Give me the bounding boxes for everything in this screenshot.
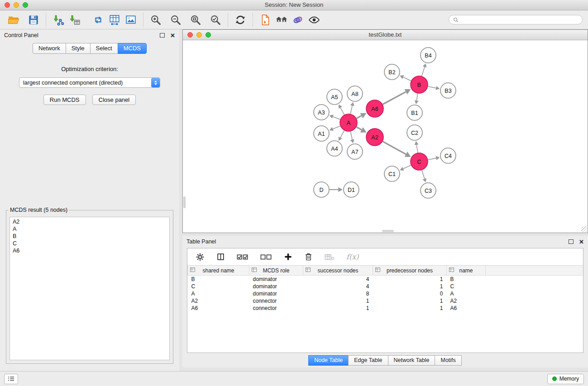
table-cell[interactable]: A6	[447, 305, 486, 312]
table-cell[interactable]: connector	[249, 297, 303, 305]
table-cell[interactable]: C	[447, 283, 486, 290]
table-cell[interactable]: B	[188, 276, 249, 283]
float-panel-icon[interactable]	[160, 33, 165, 38]
zoom-selected-button[interactable]	[207, 12, 224, 28]
mcds-result-list[interactable]: A2ABCA6	[10, 217, 170, 360]
zoom-fit-button[interactable]	[187, 12, 204, 28]
table-row[interactable]: Cdominator41C	[188, 283, 583, 290]
table-cell[interactable]: 1	[373, 297, 447, 305]
network-edge-A-A4[interactable]	[340, 131, 344, 138]
home-networks-button[interactable]	[273, 12, 290, 28]
venn-tool-button[interactable]	[290, 12, 306, 28]
table-cell[interactable]: 1	[303, 297, 373, 305]
minimize-window-button[interactable]	[14, 2, 19, 8]
mcds-result-item[interactable]: A2	[13, 218, 167, 225]
delete-table-button-disabled[interactable]	[325, 253, 335, 261]
open-document-button[interactable]	[257, 12, 273, 28]
criterion-dropdown[interactable]: largest connected component (directed)	[19, 77, 160, 88]
table-row[interactable]: Bdominator41B	[188, 276, 583, 283]
table-cell[interactable]: A	[188, 290, 249, 297]
column-header-successor-nodes[interactable]: successor nodes	[303, 266, 373, 276]
network-edge-A-A6[interactable]	[357, 116, 362, 119]
table-cell[interactable]: 1	[373, 283, 447, 290]
task-history-button[interactable]	[4, 374, 18, 384]
network-close-button[interactable]	[187, 32, 193, 38]
table-cell[interactable]: A2	[447, 297, 486, 305]
column-header-name[interactable]: name	[447, 266, 486, 276]
table-cell[interactable]: A6	[188, 305, 249, 312]
network-edge-C-C1[interactable]	[403, 165, 411, 169]
close-window-button[interactable]	[5, 2, 10, 8]
network-edge-A-A3[interactable]	[333, 117, 340, 119]
table-cell[interactable]: A2	[188, 297, 249, 305]
column-header-shared-name[interactable]: shared name	[188, 266, 249, 276]
table-cell[interactable]: 1	[373, 276, 447, 283]
new-network-button[interactable]	[90, 12, 106, 28]
tab-motifs[interactable]: Motifs	[435, 355, 461, 366]
zoom-in-button[interactable]	[148, 12, 164, 28]
export-image-button[interactable]	[123, 12, 139, 28]
table-cell[interactable]: 0	[373, 290, 447, 297]
select-all-button[interactable]	[237, 253, 249, 260]
table-cell[interactable]: 1	[373, 305, 447, 312]
network-zoom-button[interactable]	[206, 32, 211, 38]
import-table-button[interactable]	[67, 12, 83, 28]
show-hide-button[interactable]	[306, 12, 322, 28]
search-input[interactable]	[461, 16, 578, 24]
network-table-button[interactable]	[106, 12, 123, 28]
function-builder-button[interactable]: f(x)	[346, 253, 359, 261]
table-cell[interactable]: dominator	[249, 290, 303, 297]
show-columns-button[interactable]	[216, 253, 225, 261]
network-minimize-button[interactable]	[196, 32, 202, 38]
table-cell[interactable]: 4	[303, 276, 373, 283]
network-edge-A-A8[interactable]	[350, 106, 352, 114]
network-edge-C-C2[interactable]	[416, 145, 418, 152]
network-edge-A-A2[interactable]	[357, 127, 362, 130]
network-edge-C-C3[interactable]	[422, 170, 425, 179]
import-network-button[interactable]	[50, 12, 67, 28]
float-table-panel-icon[interactable]	[569, 239, 574, 244]
mcds-result-item[interactable]: C	[13, 240, 167, 247]
zoom-window-button[interactable]	[23, 2, 28, 8]
table-cell[interactable]: B	[447, 276, 486, 283]
network-edge-B-B3[interactable]	[428, 86, 436, 88]
add-column-button[interactable]	[284, 253, 292, 261]
column-header-predecessor-nodes[interactable]: predecessor nodes	[373, 266, 447, 276]
tab-network-table[interactable]: Network Table	[388, 355, 435, 366]
tab-node-table[interactable]: Node Table	[308, 355, 349, 366]
column-header-mcds-role[interactable]: MCDS role	[249, 266, 303, 276]
tab-edge-table[interactable]: Edge Table	[348, 355, 388, 366]
network-edge-B-B4[interactable]	[422, 67, 425, 76]
save-session-button[interactable]	[25, 12, 42, 28]
table-row[interactable]: A6connector11A6	[188, 305, 583, 312]
close-panel-button[interactable]: Close panel	[92, 95, 136, 105]
horizontal-scrollbar-thumb[interactable]	[382, 230, 394, 232]
network-edge-B-B1[interactable]	[416, 94, 417, 100]
table-cell[interactable]: A	[447, 290, 486, 297]
close-table-panel-icon[interactable]: ✕	[579, 239, 584, 245]
zoom-out-button[interactable]	[167, 12, 184, 28]
table-cell[interactable]: 4	[303, 283, 373, 290]
run-mcds-button[interactable]: Run MCDS	[43, 95, 86, 105]
table-row[interactable]: A2connector11A2	[188, 297, 583, 305]
close-panel-icon[interactable]: ✕	[170, 33, 175, 38]
table-row[interactable]: Adominator80A	[188, 290, 583, 297]
network-canvas[interactable]: B4B2BB3A5A8A6B1A3AC2A1A2A4A7C4CC1C3DD1	[183, 40, 588, 233]
table-cell[interactable]: 1	[303, 305, 373, 312]
mcds-result-item[interactable]: A6	[13, 247, 167, 254]
network-edge-C-C4[interactable]	[428, 158, 436, 160]
network-edge-A2-C[interactable]	[383, 142, 406, 154]
open-session-button[interactable]	[5, 12, 22, 28]
network-edge-A6-B[interactable]	[383, 92, 406, 105]
mcds-result-item[interactable]: B	[13, 233, 167, 240]
table-cell[interactable]: dominator	[249, 276, 303, 283]
delete-column-button[interactable]	[304, 253, 313, 261]
mcds-result-item[interactable]: A	[13, 225, 167, 233]
vertical-scrollbar-thumb[interactable]	[183, 196, 186, 208]
table-cell[interactable]: 8	[303, 290, 373, 297]
table-cell[interactable]: C	[188, 283, 249, 290]
refresh-layout-button[interactable]	[232, 12, 249, 28]
resize-handle[interactable]	[581, 226, 587, 232]
tab-select[interactable]: Select	[90, 43, 118, 54]
table-cell[interactable]: connector	[249, 305, 303, 312]
